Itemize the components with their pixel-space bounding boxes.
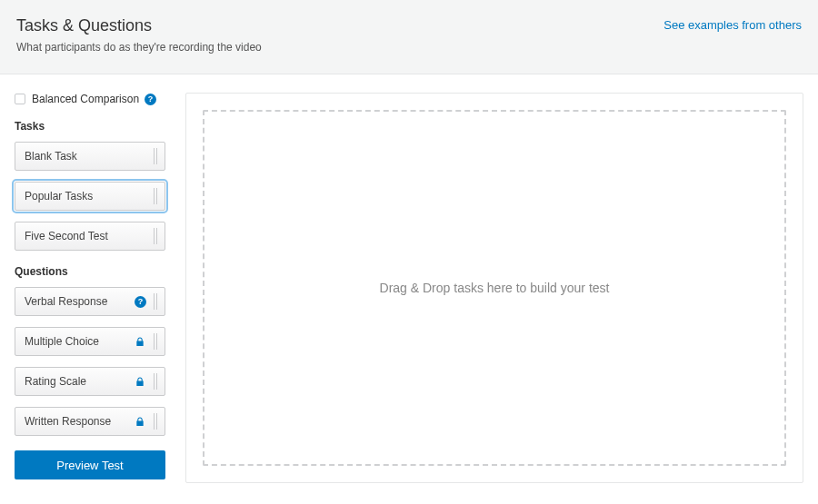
drop-zone[interactable]: Drag & Drop tasks here to build your tes… [203,110,786,466]
question-label: Written Response [25,415,134,428]
page-header: Tasks & Questions What participants do a… [0,0,818,74]
lock-icon [134,375,146,388]
drop-zone-hint: Drag & Drop tasks here to build your tes… [380,281,610,295]
task-label: Blank Task [25,150,152,163]
drag-handle-icon[interactable] [152,408,159,435]
question-written-response[interactable]: Written Response [15,407,165,436]
task-five-second-test[interactable]: Five Second Test [15,222,165,251]
drag-handle-icon[interactable] [152,328,159,355]
question-label: Multiple Choice [25,335,134,348]
balanced-comparison-label: Balanced Comparison [32,93,139,105]
balanced-comparison-checkbox[interactable] [15,94,25,104]
question-label: Rating Scale [25,375,134,388]
help-icon[interactable]: ? [145,94,156,105]
sidebar: Balanced Comparison ? Tasks Blank Task P… [15,93,165,483]
task-label: Five Second Test [25,230,152,242]
question-verbal-response[interactable]: Verbal Response ? [15,287,165,316]
drag-handle-icon[interactable] [152,143,159,170]
tasks-section-label: Tasks [15,120,165,133]
help-icon[interactable]: ? [135,296,146,308]
page-subtitle: What participants do as they're recordin… [16,41,802,54]
question-rating-scale[interactable]: Rating Scale [15,367,165,396]
task-label: Popular Tasks [25,190,152,203]
drag-handle-icon[interactable] [152,288,159,315]
drag-handle-icon[interactable] [152,183,159,210]
question-multiple-choice[interactable]: Multiple Choice [15,327,165,356]
preview-test-button[interactable]: Preview Test [15,450,165,479]
lock-icon [134,415,146,428]
balanced-comparison-row: Balanced Comparison ? [15,93,165,105]
main-panel: Drag & Drop tasks here to build your tes… [185,93,803,483]
drag-handle-icon[interactable] [152,368,159,395]
content-area: Balanced Comparison ? Tasks Blank Task P… [0,74,818,483]
see-examples-link[interactable]: See examples from others [663,18,802,32]
task-popular-tasks[interactable]: Popular Tasks [15,182,165,211]
task-blank-task[interactable]: Blank Task [15,142,165,171]
questions-section-label: Questions [15,265,165,278]
questions-section: Questions Verbal Response ? Multiple Cho… [15,265,165,436]
question-label: Verbal Response [25,295,135,308]
lock-icon [134,335,146,348]
drag-handle-icon[interactable] [152,222,159,250]
